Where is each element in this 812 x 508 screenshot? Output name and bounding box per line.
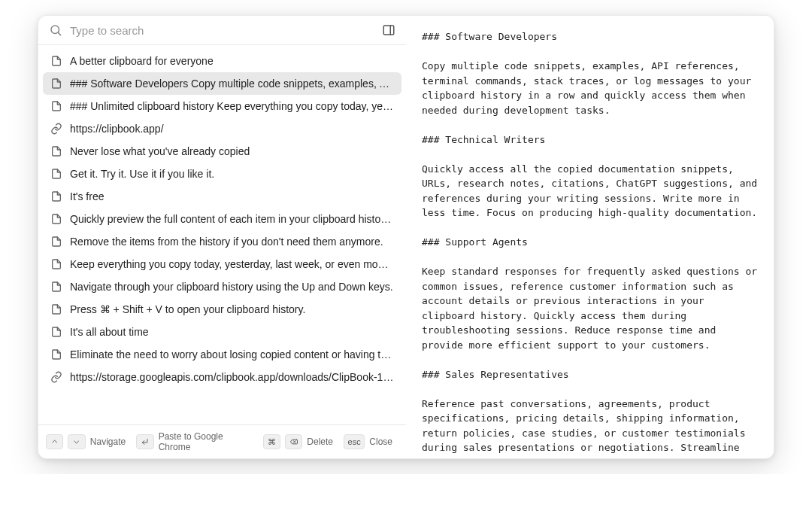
- navigate-label: Navigate: [90, 437, 126, 447]
- document-icon: [50, 168, 62, 180]
- svg-rect-2: [383, 26, 394, 35]
- list-item-text: Remove the items from the history if you…: [70, 236, 383, 248]
- list-item[interactable]: https://storage.googleapis.com/clipbook.…: [43, 366, 401, 388]
- history-list: A better clipboard for everyone### Softw…: [38, 45, 406, 424]
- search-input[interactable]: [70, 24, 374, 37]
- document-icon: [50, 326, 62, 338]
- list-item[interactable]: It's all about time: [43, 321, 401, 343]
- list-item-text: Eliminate the need to worry about losing…: [70, 348, 394, 360]
- up-key-icon: [46, 434, 63, 449]
- preview-pane: ### Software Developers Copy multiple co…: [407, 16, 774, 458]
- app-window: A better clipboard for everyone### Softw…: [38, 15, 774, 459]
- list-item[interactable]: Eliminate the need to worry about losing…: [43, 343, 401, 366]
- list-item[interactable]: Quickly preview the full content of each…: [43, 208, 401, 230]
- list-item-text: Quickly preview the full content of each…: [70, 213, 394, 225]
- left-pane: A better clipboard for everyone### Softw…: [38, 16, 407, 458]
- search-icon: [49, 23, 62, 37]
- close-label: Close: [369, 437, 392, 447]
- list-item[interactable]: Press ⌘ + Shift + V to open your clipboa…: [43, 298, 401, 321]
- list-item-text: Keep everything you copy today, yesterda…: [70, 258, 394, 270]
- footer-bar: Navigate Paste to Google Chrome ⌘ Delete…: [38, 424, 406, 458]
- list-item-text: It's free: [70, 190, 104, 202]
- list-item-text: Get it. Try it. Use it if you like it.: [70, 168, 214, 180]
- list-item-text: It's all about time: [70, 326, 149, 338]
- list-item-text: ### Software Developers Copy multiple co…: [70, 78, 394, 90]
- list-item[interactable]: Navigate through your clipboard history …: [43, 275, 401, 298]
- list-item[interactable]: ### Unlimited clipboard history Keep eve…: [43, 95, 401, 117]
- list-item-text: https://clipbook.app/: [70, 123, 164, 135]
- link-icon: [50, 371, 62, 383]
- link-icon: [50, 123, 62, 135]
- list-item[interactable]: Remove the items from the history if you…: [43, 230, 401, 253]
- list-item-text: Press ⌘ + Shift + V to open your clipboa…: [70, 303, 305, 315]
- document-icon: [50, 213, 62, 225]
- list-item[interactable]: https://clipbook.app/: [43, 117, 401, 140]
- esc-key-icon: esc: [344, 434, 365, 449]
- document-icon: [50, 100, 62, 112]
- document-icon: [50, 348, 62, 360]
- down-key-icon: [68, 434, 85, 449]
- list-item[interactable]: A better clipboard for everyone: [43, 50, 401, 72]
- list-item[interactable]: It's free: [43, 185, 401, 208]
- list-item-text: Never lose what you've already copied: [70, 145, 250, 157]
- document-icon: [50, 281, 62, 293]
- list-item[interactable]: Keep everything you copy today, yesterda…: [43, 253, 401, 275]
- document-icon: [50, 303, 62, 315]
- paste-label: Paste to Google Chrome: [159, 431, 253, 452]
- list-item[interactable]: Get it. Try it. Use it if you like it.: [43, 163, 401, 185]
- list-item-text: Navigate through your clipboard history …: [70, 281, 393, 293]
- search-bar: [38, 16, 406, 45]
- list-item-text: https://storage.googleapis.com/clipbook.…: [70, 371, 394, 383]
- list-item-text: A better clipboard for everyone: [70, 55, 214, 67]
- document-icon: [50, 55, 62, 67]
- document-icon: [50, 78, 62, 90]
- cmd-key-icon: ⌘: [263, 434, 280, 449]
- document-icon: [50, 145, 62, 157]
- panel-toggle-icon[interactable]: [382, 23, 395, 37]
- svg-line-1: [58, 32, 60, 35]
- backspace-key-icon: [285, 434, 302, 449]
- document-icon: [50, 190, 62, 202]
- document-icon: [50, 236, 62, 248]
- document-icon: [50, 258, 62, 270]
- list-item[interactable]: Never lose what you've already copied: [43, 140, 401, 163]
- enter-key-icon: [136, 434, 153, 449]
- list-item[interactable]: ### Software Developers Copy multiple co…: [43, 72, 401, 95]
- list-item-text: ### Unlimited clipboard history Keep eve…: [70, 100, 394, 112]
- delete-label: Delete: [307, 437, 333, 447]
